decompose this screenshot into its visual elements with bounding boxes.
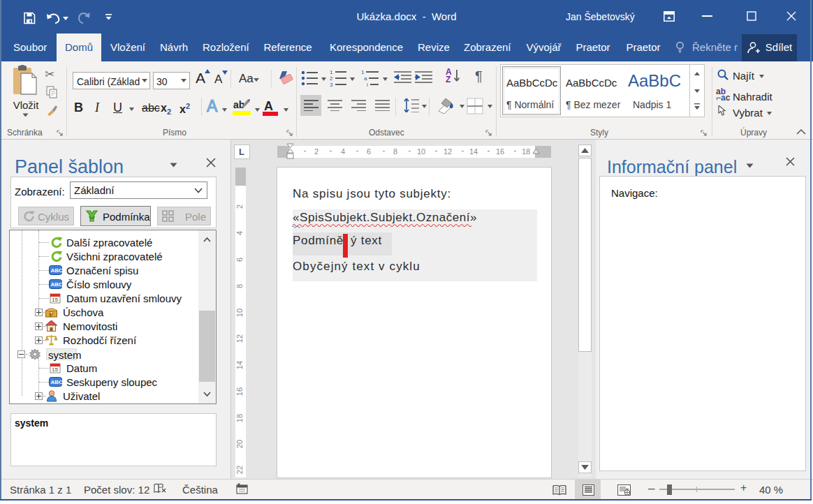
svg-text:2: 2 <box>330 75 333 82</box>
svg-text:a: a <box>364 75 367 82</box>
svg-text:3: 3 <box>330 82 333 87</box>
svg-text:i: i <box>367 82 368 87</box>
svg-text:1: 1 <box>361 69 365 75</box>
svg-text:ABC: ABC <box>51 379 63 385</box>
svg-text:15: 15 <box>52 297 58 303</box>
svg-text:$: $ <box>49 312 52 318</box>
svg-text:ABC: ABC <box>51 267 63 274</box>
svg-text:ABC: ABC <box>51 281 63 288</box>
svg-text:15: 15 <box>52 366 58 373</box>
svg-text:1: 1 <box>330 69 333 75</box>
